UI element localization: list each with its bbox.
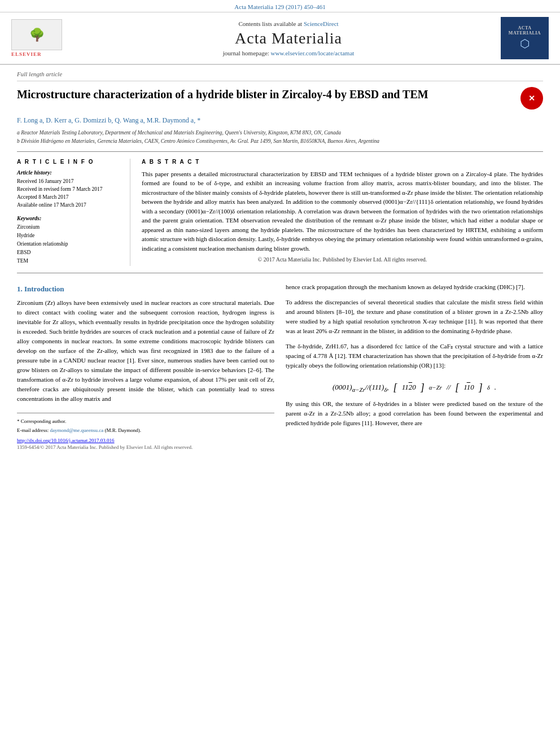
body-left-column: 1. Introduction Zirconium (Zr) alloys ha… xyxy=(17,282,274,436)
article-history-section: Article history: Received 16 January 201… xyxy=(17,169,119,209)
accepted-date: Accepted 8 March 2017 xyxy=(17,193,119,201)
keywords-section: Keywords: Zirconium Hydride Orientation … xyxy=(17,215,119,266)
formula-miller2: 110 xyxy=(463,383,474,392)
issn-line: 1359-6454/© 2017 Acta Materialia Inc. Pu… xyxy=(0,444,560,455)
keyword-hydride: Hydride xyxy=(17,231,119,240)
keyword-tem: TEM xyxy=(17,257,119,265)
authors-line: F. Long a, D. Kerr a, G. Domizzi b, Q. W… xyxy=(17,114,543,127)
journal-header: 🌳 ELSEVIER Contents lists available at S… xyxy=(0,12,560,65)
doi-line: http://dx.doi.org/10.1016/j.actamat.2017… xyxy=(0,435,560,444)
article-title-row: Microstructure characterization of a hyd… xyxy=(17,81,543,114)
formula-block: (0001)α−Zr//(111)δ, [ 1120 ] α−Zr // [ 1… xyxy=(286,376,543,399)
article-type-label: Full length article xyxy=(17,65,543,81)
article-info-heading: A R T I C L E I N F O xyxy=(17,159,119,165)
keywords-heading: Keywords: xyxy=(17,215,119,221)
acta-right-logo: ACTAMATERIALIA ⬡ xyxy=(501,17,549,59)
homepage-link[interactable]: www.elsevier.com/locate/actamat xyxy=(271,50,355,56)
homepage-label: journal homepage: xyxy=(223,50,269,56)
formula-period: . xyxy=(495,383,496,392)
acta-logo-graphic: ⬡ xyxy=(520,37,530,50)
email-label: E-mail address: xyxy=(17,427,49,433)
article-info-panel: A R T I C L E I N F O Article history: R… xyxy=(17,159,130,266)
keyword-orientation: Orientation relationship xyxy=(17,240,119,248)
received-date: Received 16 January 2017 xyxy=(17,177,119,185)
article-title: Microstructure characterization of a hyd… xyxy=(17,87,512,102)
elsevier-logo-img: 🌳 xyxy=(11,19,62,50)
body-two-column: 1. Introduction Zirconium (Zr) alloys ha… xyxy=(17,282,543,436)
revised-text: Received in revised form 7 March 2017 xyxy=(17,186,102,192)
contents-label-text: Contents lists available at xyxy=(238,20,302,27)
email-footnote: E-mail address: daymond@me.queensu.ca (M… xyxy=(17,427,274,434)
abstract-copyright: © 2017 Acta Materialia Inc. Published by… xyxy=(142,256,543,263)
footnote-area: * Corresponding author. E-mail address: … xyxy=(17,413,274,434)
email-person: (M.R. Daymond). xyxy=(105,427,142,433)
formula-miller1: 1120 xyxy=(402,383,416,392)
elsevier-label: ELSEVIER xyxy=(11,51,79,57)
affiliation-b: b División Hidrógeno en Materiales, Gere… xyxy=(17,138,543,145)
right-para2: To address the discrepancies of several … xyxy=(286,298,543,336)
acta-logo-title: ACTAMATERIALIA xyxy=(509,25,541,36)
formula-part1: (0001)α−Zr//(111)δ, xyxy=(333,383,389,393)
intro-heading: 1. Introduction xyxy=(17,285,274,294)
doi-link[interactable]: http://dx.doi.org/10.1016/j.actamat.2017… xyxy=(17,438,115,443)
top-citation-text: Acta Materialia 129 (2017) 450–461 xyxy=(234,3,325,10)
keyword-zirconium: Zirconium xyxy=(17,223,119,231)
affiliations-section: a Reactor Materials Testing Laboratory, … xyxy=(17,127,543,151)
article-info-abstract-panel: A R T I C L E I N F O Article history: R… xyxy=(17,151,543,273)
email-link[interactable]: daymond@me.queensu.ca xyxy=(50,427,103,433)
right-para4: By using this OR, the texture of δ-hydri… xyxy=(286,399,543,428)
intro-para1: Zirconium (Zr) alloys have been extensiv… xyxy=(17,298,274,404)
formula-parallel: // xyxy=(447,383,450,392)
journal-header-center: Contents lists available at ScienceDirec… xyxy=(79,20,498,56)
journal-title: Acta Materialia xyxy=(79,29,498,47)
formula-sub1: α−Zr xyxy=(429,384,442,391)
elsevier-logo-area: 🌳 ELSEVIER xyxy=(11,19,79,57)
formula-bracket-right: ] xyxy=(421,382,425,394)
history-heading: Article history: xyxy=(17,169,119,176)
formula-bracket-right2: ] xyxy=(479,382,483,394)
homepage-line: journal homepage: www.elsevier.com/locat… xyxy=(79,50,498,56)
right-para3: The δ-hydride, ZrH1.67, has a disordered… xyxy=(286,342,543,370)
abstract-text: This paper presents a detailed microstru… xyxy=(142,169,543,254)
formula-bracket-left: [ xyxy=(393,382,397,394)
available-date: Available online 17 March 2017 xyxy=(17,201,119,209)
affiliation-a: a Reactor Materials Testing Laboratory, … xyxy=(17,129,543,137)
formula-row: (0001)α−Zr//(111)δ, [ 1120 ] α−Zr // [ 1… xyxy=(286,382,543,394)
revised-date: Received in revised form 7 March 2017 xyxy=(17,185,119,193)
formula-sub2: δ xyxy=(487,384,490,391)
top-citation-bar: Acta Materialia 129 (2017) 450–461 xyxy=(0,0,560,12)
formula-bracket-left2: [ xyxy=(455,382,459,394)
contents-available-line: Contents lists available at ScienceDirec… xyxy=(79,20,498,27)
abstract-heading: A B S T R A C T xyxy=(142,159,543,165)
main-content-area: Full length article Microstructure chara… xyxy=(0,65,560,435)
abstract-panel: A B S T R A C T This paper presents a de… xyxy=(130,159,543,266)
sciencedirect-link[interactable]: ScienceDirect xyxy=(304,20,339,27)
corresponding-footnote: * Corresponding author. xyxy=(17,418,274,425)
keyword-ebsd: EBSD xyxy=(17,248,119,257)
right-para1: hence crack propagation through the mech… xyxy=(286,282,543,292)
body-right-column: hence crack propagation through the mech… xyxy=(286,282,543,436)
elsevier-tree-icon: 🌳 xyxy=(29,28,45,42)
acta-logo-area: ACTAMATERIALIA ⬡ xyxy=(498,17,549,59)
crossmark-badge: ✕ xyxy=(520,87,543,110)
